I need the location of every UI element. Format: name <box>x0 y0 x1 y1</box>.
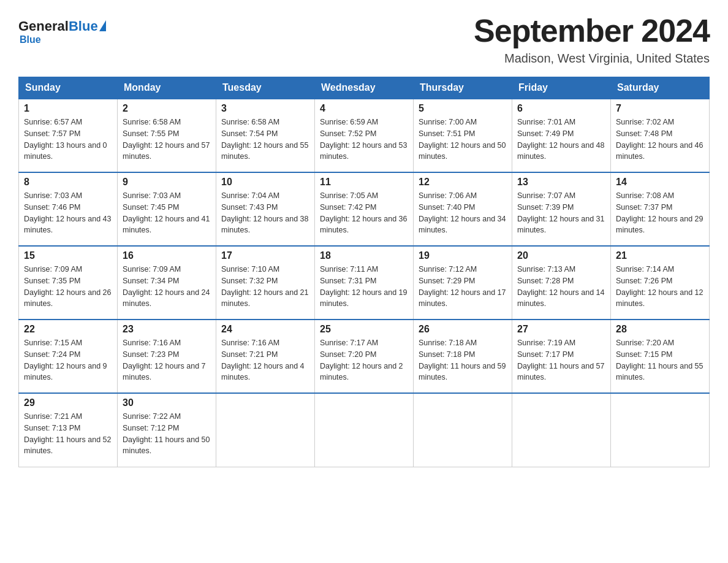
day-info: Sunrise: 7:19 AMSunset: 7:17 PMDaylight:… <box>517 337 605 383</box>
day-number: 3 <box>221 103 309 114</box>
day-info: Sunrise: 7:04 AMSunset: 7:43 PMDaylight:… <box>221 190 309 236</box>
day-number: 14 <box>616 177 704 188</box>
calendar-cell: 20Sunrise: 7:13 AMSunset: 7:28 PMDayligh… <box>512 246 611 320</box>
day-number: 15 <box>24 250 112 261</box>
day-number: 21 <box>616 250 704 261</box>
day-info: Sunrise: 7:10 AMSunset: 7:32 PMDaylight:… <box>221 264 309 310</box>
day-number: 6 <box>517 103 605 114</box>
calendar-cell: 19Sunrise: 7:12 AMSunset: 7:29 PMDayligh… <box>414 246 512 320</box>
day-info: Sunrise: 7:02 AMSunset: 7:48 PMDaylight:… <box>616 117 704 163</box>
calendar-cell: 5Sunrise: 7:00 AMSunset: 7:51 PMDaylight… <box>414 99 512 172</box>
calendar-header-thursday: Thursday <box>414 77 512 99</box>
day-info: Sunrise: 6:57 AMSunset: 7:57 PMDaylight:… <box>24 117 112 163</box>
calendar-header-monday: Monday <box>118 77 216 99</box>
day-number: 2 <box>123 103 211 114</box>
day-info: Sunrise: 7:12 AMSunset: 7:29 PMDaylight:… <box>419 264 507 310</box>
calendar-cell: 21Sunrise: 7:14 AMSunset: 7:26 PMDayligh… <box>611 246 710 320</box>
calendar-header-saturday: Saturday <box>611 77 710 99</box>
day-number: 20 <box>517 250 605 261</box>
calendar-cell <box>414 393 512 467</box>
calendar-cell: 25Sunrise: 7:17 AMSunset: 7:20 PMDayligh… <box>315 320 414 393</box>
logo-blue-part: Blue <box>69 18 106 34</box>
day-info: Sunrise: 6:58 AMSunset: 7:54 PMDaylight:… <box>221 117 309 163</box>
calendar-cell: 23Sunrise: 7:16 AMSunset: 7:23 PMDayligh… <box>118 320 216 393</box>
day-info: Sunrise: 7:14 AMSunset: 7:26 PMDaylight:… <box>616 264 704 310</box>
page-title: September 2024 <box>474 12 710 49</box>
calendar-cell: 28Sunrise: 7:20 AMSunset: 7:15 PMDayligh… <box>611 320 710 393</box>
day-info: Sunrise: 7:22 AMSunset: 7:12 PMDaylight:… <box>123 411 211 457</box>
day-number: 23 <box>123 324 211 335</box>
day-number: 4 <box>320 103 408 114</box>
calendar-week-row: 22Sunrise: 7:15 AMSunset: 7:24 PMDayligh… <box>19 320 710 393</box>
day-info: Sunrise: 7:00 AMSunset: 7:51 PMDaylight:… <box>419 117 507 163</box>
day-info: Sunrise: 6:59 AMSunset: 7:52 PMDaylight:… <box>320 117 408 163</box>
day-number: 18 <box>320 250 408 261</box>
day-info: Sunrise: 7:03 AMSunset: 7:46 PMDaylight:… <box>24 190 112 236</box>
calendar-cell: 17Sunrise: 7:10 AMSunset: 7:32 PMDayligh… <box>216 246 315 320</box>
day-number: 27 <box>517 324 605 335</box>
calendar-cell: 13Sunrise: 7:07 AMSunset: 7:39 PMDayligh… <box>512 172 611 246</box>
calendar-cell: 22Sunrise: 7:15 AMSunset: 7:24 PMDayligh… <box>19 320 118 393</box>
day-number: 24 <box>221 324 309 335</box>
day-info: Sunrise: 7:05 AMSunset: 7:42 PMDaylight:… <box>320 190 408 236</box>
calendar-cell <box>315 393 414 467</box>
day-info: Sunrise: 7:15 AMSunset: 7:24 PMDaylight:… <box>24 337 112 383</box>
logo-triangle-icon <box>99 20 106 31</box>
page-header: General Blue Blue September 2024 Madison… <box>18 12 710 66</box>
day-info: Sunrise: 7:07 AMSunset: 7:39 PMDaylight:… <box>517 190 605 236</box>
day-info: Sunrise: 7:09 AMSunset: 7:35 PMDaylight:… <box>24 264 112 310</box>
day-info: Sunrise: 7:21 AMSunset: 7:13 PMDaylight:… <box>24 411 112 457</box>
day-info: Sunrise: 7:16 AMSunset: 7:21 PMDaylight:… <box>221 337 309 383</box>
calendar-cell: 26Sunrise: 7:18 AMSunset: 7:18 PMDayligh… <box>414 320 512 393</box>
calendar-cell: 16Sunrise: 7:09 AMSunset: 7:34 PMDayligh… <box>118 246 216 320</box>
day-info: Sunrise: 7:11 AMSunset: 7:31 PMDaylight:… <box>320 264 408 310</box>
day-info: Sunrise: 7:09 AMSunset: 7:34 PMDaylight:… <box>123 264 211 310</box>
day-info: Sunrise: 7:13 AMSunset: 7:28 PMDaylight:… <box>517 264 605 310</box>
calendar-cell: 2Sunrise: 6:58 AMSunset: 7:55 PMDaylight… <box>118 99 216 172</box>
day-number: 10 <box>221 177 309 188</box>
day-number: 30 <box>123 397 211 408</box>
calendar-week-row: 15Sunrise: 7:09 AMSunset: 7:35 PMDayligh… <box>19 246 710 320</box>
calendar-cell: 18Sunrise: 7:11 AMSunset: 7:31 PMDayligh… <box>315 246 414 320</box>
calendar-cell: 27Sunrise: 7:19 AMSunset: 7:17 PMDayligh… <box>512 320 611 393</box>
calendar-header-row: SundayMondayTuesdayWednesdayThursdayFrid… <box>19 77 710 99</box>
calendar-cell: 6Sunrise: 7:01 AMSunset: 7:49 PMDaylight… <box>512 99 611 172</box>
calendar-cell: 30Sunrise: 7:22 AMSunset: 7:12 PMDayligh… <box>118 393 216 467</box>
day-number: 1 <box>24 103 112 114</box>
calendar-week-row: 8Sunrise: 7:03 AMSunset: 7:46 PMDaylight… <box>19 172 710 246</box>
calendar-cell: 9Sunrise: 7:03 AMSunset: 7:45 PMDaylight… <box>118 172 216 246</box>
day-info: Sunrise: 7:01 AMSunset: 7:49 PMDaylight:… <box>517 117 605 163</box>
title-area: September 2024 Madison, West Virginia, U… <box>474 12 710 66</box>
calendar-cell <box>216 393 315 467</box>
calendar-cell: 11Sunrise: 7:05 AMSunset: 7:42 PMDayligh… <box>315 172 414 246</box>
calendar-cell: 3Sunrise: 6:58 AMSunset: 7:54 PMDaylight… <box>216 99 315 172</box>
calendar-cell <box>512 393 611 467</box>
day-number: 7 <box>616 103 704 114</box>
day-number: 19 <box>419 250 507 261</box>
calendar-header-tuesday: Tuesday <box>216 77 315 99</box>
logo: General Blue Blue <box>18 18 106 45</box>
calendar-cell <box>611 393 710 467</box>
day-number: 12 <box>419 177 507 188</box>
day-info: Sunrise: 7:20 AMSunset: 7:15 PMDaylight:… <box>616 337 704 383</box>
calendar-cell: 29Sunrise: 7:21 AMSunset: 7:13 PMDayligh… <box>19 393 118 467</box>
logo-general-text: General <box>18 18 69 34</box>
day-number: 16 <box>123 250 211 261</box>
calendar-week-row: 1Sunrise: 6:57 AMSunset: 7:57 PMDaylight… <box>19 99 710 172</box>
day-number: 11 <box>320 177 408 188</box>
calendar-cell: 12Sunrise: 7:06 AMSunset: 7:40 PMDayligh… <box>414 172 512 246</box>
logo-blue-label: Blue <box>20 34 41 45</box>
day-number: 29 <box>24 397 112 408</box>
calendar-header-sunday: Sunday <box>19 77 118 99</box>
day-number: 26 <box>419 324 507 335</box>
day-info: Sunrise: 7:18 AMSunset: 7:18 PMDaylight:… <box>419 337 507 383</box>
calendar-cell: 15Sunrise: 7:09 AMSunset: 7:35 PMDayligh… <box>19 246 118 320</box>
day-number: 28 <box>616 324 704 335</box>
calendar-cell: 1Sunrise: 6:57 AMSunset: 7:57 PMDaylight… <box>19 99 118 172</box>
calendar-cell: 7Sunrise: 7:02 AMSunset: 7:48 PMDaylight… <box>611 99 710 172</box>
calendar-cell: 8Sunrise: 7:03 AMSunset: 7:46 PMDaylight… <box>19 172 118 246</box>
calendar-cell: 4Sunrise: 6:59 AMSunset: 7:52 PMDaylight… <box>315 99 414 172</box>
calendar-table: SundayMondayTuesdayWednesdayThursdayFrid… <box>18 77 710 467</box>
logo-blue-text: Blue <box>69 18 98 34</box>
day-info: Sunrise: 7:17 AMSunset: 7:20 PMDaylight:… <box>320 337 408 383</box>
